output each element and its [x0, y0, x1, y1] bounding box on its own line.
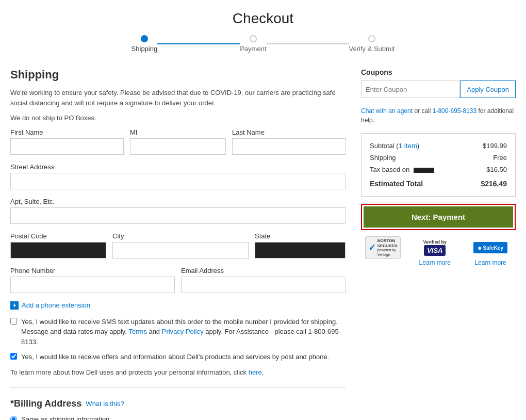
subtotal-row: Subtotal (1 Item) $199.99 — [370, 142, 507, 150]
total-label: Estimated Total — [370, 180, 423, 188]
shipping-value: Free — [493, 154, 507, 161]
billing-same-label: Same as shipping information — [21, 415, 109, 420]
offers-checkbox-row: Yes, I would like to receive offers and … — [10, 352, 346, 362]
name-row: First Name MI Last Name — [10, 128, 346, 155]
last-name-input[interactable] — [232, 138, 346, 155]
street-input[interactable] — [10, 173, 346, 189]
location-row: Postal Code City State — [10, 232, 346, 259]
phone-group: Phone Number — [10, 267, 175, 293]
privacy-link[interactable]: Privacy Policy — [162, 328, 204, 335]
safekey-icon: ● SafeKey — [478, 238, 503, 257]
apply-coupon-button[interactable]: Apply Coupon — [460, 80, 516, 98]
phone-input[interactable] — [10, 277, 175, 293]
tax-label: Tax based on — [370, 166, 434, 173]
email-label: Email Address — [181, 267, 346, 274]
tax-bar — [414, 168, 434, 173]
norton-icon: ✓ NORTON SECURED powered by Verisign — [370, 238, 395, 257]
step-label-verify: Verify & Submit — [349, 45, 395, 53]
offers-checkbox[interactable] — [10, 353, 17, 360]
visa-badge-item: Verified by VISA Learn more — [419, 238, 451, 266]
billing-section: *Billing Address What is this? Same as s… — [10, 398, 346, 420]
mi-input[interactable] — [130, 138, 226, 155]
apt-group: Apt, Suite, Etc. — [10, 198, 346, 224]
tax-row: Tax based on $16.50 — [370, 166, 507, 173]
state-select[interactable] — [255, 242, 346, 259]
street-group: Street Address — [10, 163, 346, 189]
step-dot-payment — [250, 35, 257, 42]
order-summary: Subtotal (1 Item) $199.99 Shipping Free … — [361, 133, 516, 197]
covid-notice: We're working to ensure your safety. Ple… — [10, 88, 346, 108]
what-is-this-link[interactable]: What is this? — [86, 400, 124, 408]
sms-label: Yes, I would like to receive SMS text up… — [21, 317, 346, 347]
add-extension-label: Add a phone extension — [22, 301, 90, 309]
apt-input[interactable] — [10, 207, 346, 224]
step-verify: Verify & Submit — [349, 35, 395, 53]
subtotal-value: $199.99 — [483, 142, 507, 150]
coupon-label: Coupons — [361, 68, 516, 76]
mi-label: MI — [130, 128, 226, 136]
add-extension-link[interactable]: + Add a phone extension — [10, 301, 346, 310]
apt-row: Apt, Suite, Etc. — [10, 198, 346, 224]
sms-checkbox[interactable] — [10, 318, 17, 325]
phone-label: Phone Number — [10, 267, 175, 274]
personal-info-link[interactable]: here — [249, 368, 262, 376]
step-shipping: Shipping — [132, 35, 158, 53]
city-input[interactable] — [112, 242, 249, 259]
apt-label: Apt, Suite, Etc. — [10, 198, 346, 205]
chat-link[interactable]: Chat with an agent — [361, 107, 413, 115]
billing-title: *Billing Address What is this? — [10, 398, 346, 409]
tax-value: $16.50 — [486, 166, 507, 173]
safekey-badge-item: ● SafeKey Learn more — [474, 238, 506, 266]
personal-info-row: To learn more about how Dell uses and pr… — [10, 367, 346, 378]
postal-input[interactable] — [10, 242, 106, 259]
total-value: $216.49 — [481, 180, 507, 188]
coupon-row: Apply Coupon — [361, 80, 516, 98]
step-dot-verify — [368, 35, 375, 42]
contact-row: Phone Number Email Address — [10, 267, 346, 293]
email-input[interactable] — [181, 277, 346, 293]
order-panel: Coupons Apply Coupon Chat with an agent … — [361, 68, 516, 420]
security-badges: ✓ NORTON SECURED powered by Verisign — [361, 238, 516, 266]
item-count-link[interactable]: 1 Item — [399, 142, 417, 150]
mi-group: MI — [130, 128, 226, 155]
subtotal-label: Subtotal (1 Item) — [370, 142, 419, 150]
safekey-learn-more[interactable]: Learn more — [474, 259, 506, 266]
phone-link[interactable]: 1-800-695-8133 — [433, 107, 476, 115]
shipping-row: Shipping Free — [370, 154, 507, 161]
shipping-form: Shipping We're working to ensure your sa… — [10, 68, 346, 420]
step-payment: Payment — [240, 35, 266, 53]
first-name-group: First Name — [10, 128, 124, 155]
next-payment-button[interactable]: Next: Payment — [364, 206, 513, 228]
email-group: Email Address — [181, 267, 346, 293]
shipping-section-title: Shipping — [10, 68, 346, 82]
plus-icon: + — [10, 301, 19, 310]
street-row: Street Address — [10, 163, 346, 189]
offers-label: Yes, I would like to receive offers and … — [21, 352, 329, 362]
last-name-label: Last Name — [232, 128, 346, 136]
po-box-notice: We do not ship to PO Boxes. — [10, 113, 346, 123]
postal-label: Postal Code — [10, 232, 106, 240]
first-name-input[interactable] — [10, 138, 124, 155]
step-line-1 — [157, 43, 240, 44]
terms-link[interactable]: Terms — [128, 328, 146, 335]
norton-badge-item: ✓ NORTON SECURED powered by Verisign — [370, 238, 395, 259]
city-label: City — [112, 232, 249, 240]
visa-icon: Verified by VISA — [422, 238, 447, 257]
progress-bar: Shipping Payment Verify & Submit — [10, 35, 516, 53]
visa-learn-more[interactable]: Learn more — [419, 259, 451, 266]
coupon-input[interactable] — [361, 80, 460, 98]
first-name-label: First Name — [10, 128, 124, 136]
billing-same-radio[interactable] — [10, 416, 17, 420]
last-name-group: Last Name — [232, 128, 346, 155]
street-label: Street Address — [10, 163, 346, 171]
state-group: State — [255, 232, 346, 259]
coupon-section: Coupons Apply Coupon — [361, 68, 516, 98]
page-title: Checkout — [10, 10, 516, 27]
step-line-2 — [267, 43, 349, 44]
step-dot-shipping — [141, 35, 148, 42]
next-button-wrapper: Next: Payment — [361, 204, 516, 230]
chat-info: Chat with an agent or call 1-800-695-813… — [361, 106, 516, 125]
sms-checkbox-row: Yes, I would like to receive SMS text up… — [10, 317, 346, 347]
postal-group: Postal Code — [10, 232, 106, 259]
step-label-payment: Payment — [240, 45, 266, 53]
